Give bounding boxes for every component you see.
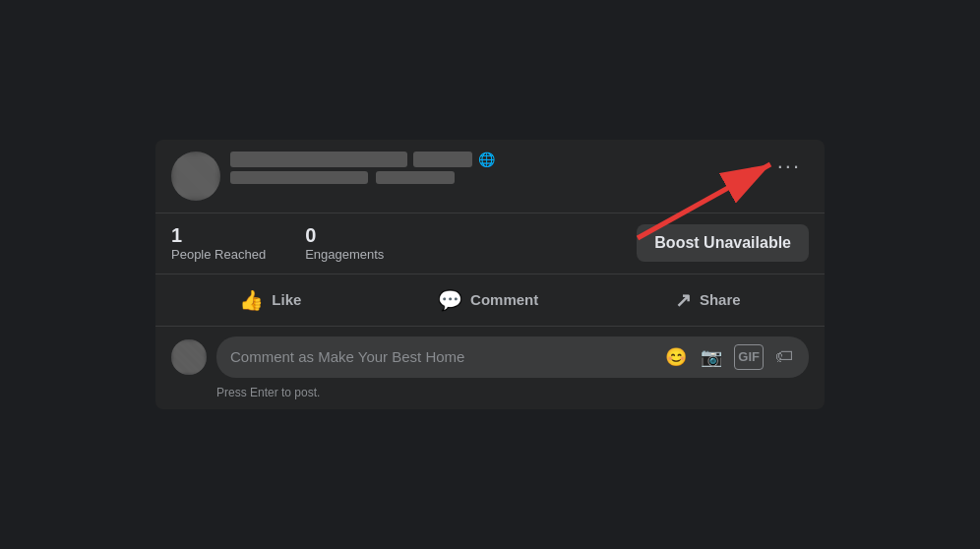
like-button[interactable]: 👍 Like (219, 278, 321, 322)
avatar (171, 152, 220, 201)
post-info: 🌐 (230, 152, 769, 184)
emoji-icon[interactable]: 😊 (663, 344, 689, 370)
share-icon: ↗ (675, 288, 692, 312)
share-button[interactable]: ↗ Share (655, 278, 761, 322)
sticker-icon[interactable]: 🏷 (773, 344, 795, 370)
post-header-left: 🌐 (171, 152, 769, 201)
share-label: Share (700, 291, 741, 308)
people-reached-stat: 1 People Reached (171, 223, 266, 264)
post-sub2-blur (376, 171, 455, 184)
comment-placeholder: Comment as Make Your Best Home (230, 348, 464, 365)
people-reached-label: People Reached (171, 247, 266, 264)
post-name-blur (230, 152, 407, 167)
more-options-dots: ··· (777, 155, 801, 177)
post-header: 🌐 ··· (155, 140, 825, 213)
post-tag-blur (413, 152, 472, 167)
gif-icon[interactable]: GIF (734, 344, 764, 370)
post-subtitle (230, 171, 769, 184)
post-card: 🌐 ··· (155, 140, 825, 409)
people-reached-number: 1 (171, 223, 266, 247)
press-enter-text: Press Enter to post. (216, 386, 320, 399)
more-options-button[interactable]: ··· (769, 152, 809, 181)
post-sub1-blur (230, 171, 368, 184)
stats-row: 1 People Reached 0 Engagements Boost Una… (155, 214, 825, 274)
commenter-avatar (171, 339, 207, 375)
comment-input-wrap[interactable]: Comment as Make Your Best Home 😊 📷 GIF 🏷 (216, 336, 809, 378)
comment-row: Comment as Make Your Best Home 😊 📷 GIF 🏷 (155, 327, 825, 384)
comment-label: Comment (470, 291, 538, 308)
like-label: Like (272, 291, 301, 308)
boost-unavailable-button[interactable]: Boost Unavailable (637, 224, 809, 262)
engagements-label: Engagements (305, 247, 384, 264)
engagements-stat: 0 Engagements (305, 223, 384, 264)
comment-icon-group: 😊 📷 GIF 🏷 (663, 344, 795, 370)
photo-icon[interactable]: 📷 (699, 344, 724, 370)
comment-icon: 💬 (438, 288, 462, 312)
globe-icon: 🌐 (478, 152, 495, 167)
press-enter-hint: Press Enter to post. (155, 384, 825, 409)
engagements-number: 0 (305, 223, 384, 247)
post-name-row: 🌐 (230, 152, 769, 167)
like-icon: 👍 (239, 288, 264, 312)
comment-button[interactable]: 💬 Comment (418, 278, 558, 322)
action-row: 👍 Like 💬 Comment ↗ Share (155, 274, 825, 327)
